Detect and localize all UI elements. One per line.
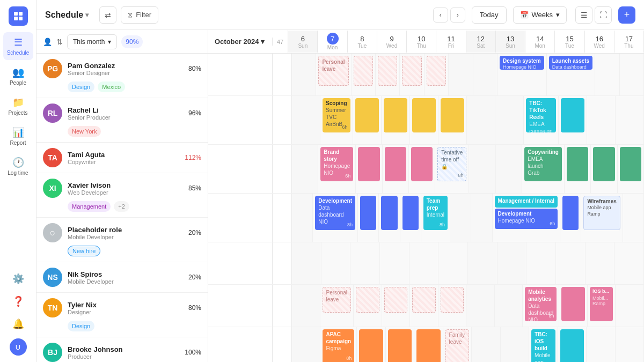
cal-cell[interactable] — [450, 194, 471, 242]
tag[interactable]: New hire — [68, 246, 100, 256]
list-item[interactable]: XI Xavier Ivison Web Developer 85% Manag… — [36, 173, 208, 218]
cal-cell[interactable] — [438, 285, 467, 327]
cal-cell[interactable] — [414, 327, 443, 362]
cal-cell[interactable]: Management / Internal Development Homepa… — [493, 194, 561, 242]
cal-cell[interactable] — [354, 285, 382, 327]
cal-cell[interactable] — [620, 54, 644, 95]
cal-cell[interactable] — [376, 54, 400, 95]
cal-cell[interactable] — [410, 285, 438, 327]
cal-cell[interactable] — [618, 145, 644, 193]
event-block[interactable]: Design system Homepage NIO — [500, 56, 544, 70]
view-toggle-button[interactable]: ⇄ — [99, 6, 116, 24]
cal-cell[interactable] — [353, 96, 382, 144]
weeks-selector[interactable]: 📅 Weeks ▾ — [513, 6, 567, 24]
cal-cell[interactable] — [409, 145, 435, 193]
sidebar-item-report[interactable]: 📊 Report — [3, 122, 33, 150]
app-logo[interactable] — [9, 6, 28, 26]
cal-cell[interactable] — [321, 242, 351, 284]
cal-cell[interactable] — [357, 327, 385, 362]
prev-button[interactable]: ‹ — [433, 8, 448, 23]
settings-button[interactable]: ⚙️ — [3, 269, 33, 289]
cal-cell[interactable] — [400, 54, 424, 95]
cal-cell[interactable]: Mobile analytics Data dashboard NIO 8h — [523, 285, 559, 327]
cal-cell[interactable] — [358, 194, 379, 242]
cal-cell[interactable] — [556, 242, 586, 284]
cal-cell[interactable]: TBC: iOS build Mobile app Ramp — [529, 327, 558, 362]
today-button[interactable]: Today — [472, 6, 507, 24]
cal-cell[interactable] — [495, 96, 524, 144]
cal-cell[interactable] — [595, 54, 619, 95]
event-block[interactable]: Copywriting EMEA launch Grab — [524, 147, 562, 181]
cal-cell[interactable] — [623, 194, 644, 242]
event-block[interactable]: Team prep Internal 8h — [423, 196, 448, 230]
cal-cell[interactable] — [292, 54, 316, 95]
tag[interactable]: Mexico — [98, 82, 125, 92]
cal-cell[interactable]: Development Data dashboard NIO 8h — [313, 194, 358, 242]
event-block[interactable]: TBC: iOS build Mobile app Ramp — [531, 329, 555, 362]
cal-cell[interactable] — [587, 96, 616, 144]
event-block[interactable]: APAC campaign Figma 8h — [323, 329, 354, 362]
cal-cell[interactable] — [352, 54, 376, 95]
cal-cell[interactable]: Personal leave — [320, 285, 354, 327]
cal-cell[interactable]: iOS b...Mobil...Ramp — [588, 285, 616, 327]
list-item[interactable]: RL Rachel Li Senior Producer 96% New Yor… — [36, 98, 208, 143]
cal-cell[interactable] — [292, 285, 320, 327]
cal-cell[interactable]: TBC: TikTok Reels EMEA campaign AirBnB — [524, 96, 558, 144]
cal-cell[interactable] — [383, 145, 409, 193]
cal-cell[interactable] — [501, 327, 529, 362]
cal-cell[interactable]: Copywriting EMEA launch Grab — [522, 145, 565, 193]
cal-cell[interactable] — [559, 285, 588, 327]
cal-cell[interactable] — [438, 242, 468, 284]
event-block[interactable]: Personal leave — [323, 287, 351, 313]
list-item[interactable]: BJ Brooke Johnson Producer 100% — [36, 337, 208, 362]
event-block[interactable]: Management / Internal — [495, 196, 558, 208]
cal-cell[interactable] — [386, 327, 414, 362]
cal-cell[interactable] — [292, 327, 320, 362]
cal-cell[interactable] — [565, 145, 591, 193]
cal-cell[interactable] — [616, 285, 644, 327]
tag[interactable]: New York — [68, 126, 101, 137]
tag[interactable]: Design — [68, 321, 94, 331]
cal-cell[interactable] — [468, 242, 497, 284]
list-view-button[interactable]: ☰ — [575, 6, 592, 24]
cal-cell[interactable] — [466, 285, 495, 327]
next-button[interactable]: › — [450, 8, 465, 23]
help-button[interactable]: ❓ — [3, 291, 33, 312]
event-block[interactable]: Personal leave — [318, 56, 348, 86]
cal-cell[interactable] — [614, 242, 644, 284]
cal-cell[interactable] — [467, 96, 495, 144]
cal-cell[interactable] — [587, 327, 615, 362]
event-block[interactable]: Wireframes Mobile app Ramp — [583, 196, 620, 230]
cal-cell[interactable] — [425, 54, 449, 95]
list-item[interactable]: NS Nik Spiros Mobile Developer 20% — [36, 262, 208, 293]
cal-cell[interactable] — [356, 145, 382, 193]
cal-cell[interactable]: Wireframes Mobile app Ramp — [581, 194, 623, 242]
event-block[interactable]: Development Homepage NIO 6h — [495, 209, 558, 229]
cal-cell[interactable] — [438, 96, 467, 144]
cal-cell[interactable] — [469, 145, 495, 193]
tag[interactable]: +2 — [114, 201, 129, 212]
user-avatar[interactable]: U — [10, 338, 27, 356]
filter-button[interactable]: ⧖ Filter — [121, 6, 158, 24]
cal-cell[interactable] — [560, 194, 581, 242]
cal-cell[interactable]: Tentative time off 🔒 8h — [435, 145, 469, 193]
cal-cell[interactable] — [526, 242, 556, 284]
cal-cell[interactable]: Scoping Summer TVC AirBnB 6h — [320, 96, 353, 144]
cal-cell[interactable] — [382, 285, 411, 327]
sidebar-item-logtime[interactable]: 🕐 Log time — [3, 152, 33, 180]
event-block-tentative[interactable]: Tentative time off 🔒 8h — [437, 147, 466, 181]
month-label[interactable]: October 2024 ▾ — [208, 38, 273, 46]
cal-cell[interactable] — [379, 194, 400, 242]
event-block[interactable]: Development Data dashboard NIO 8h — [315, 196, 355, 230]
cal-cell[interactable]: Brand story Homepage NIO 6h — [318, 145, 356, 193]
month-selector[interactable]: This month ▾ — [67, 34, 117, 49]
add-button[interactable]: + — [618, 6, 635, 24]
list-item[interactable]: TA Tami Aguta Copywriter 112% — [36, 143, 208, 173]
cal-cell[interactable] — [558, 327, 587, 362]
cal-cell[interactable] — [449, 54, 473, 95]
cal-cell[interactable] — [380, 242, 409, 284]
cal-cell[interactable] — [495, 285, 523, 327]
sidebar-item-people[interactable]: 👥 People — [3, 62, 33, 90]
list-item[interactable]: TN Tyler Nix Designer 80% Design — [36, 293, 208, 337]
cal-cell[interactable]: Design system Homepage NIO — [497, 54, 547, 95]
